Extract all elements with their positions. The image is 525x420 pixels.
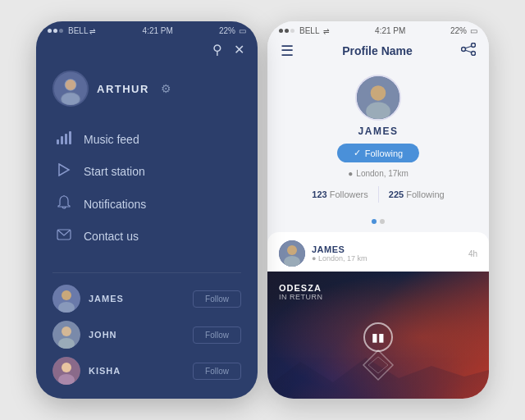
james-profile-name: JAMES [358, 126, 399, 137]
followers-label: Followers [330, 189, 368, 199]
follow-list: JAMES Follow JOHN Follow [52, 285, 241, 385]
album-subtitle: IN RETURN [279, 293, 323, 301]
pagination-dots [267, 214, 489, 231]
menu-items: Music feed Start station Notifications [52, 125, 241, 249]
user-header: ARTHUR ⚙ [52, 71, 241, 107]
following-stat: 225 Following [379, 189, 454, 199]
status-left: BELL ⇌ [48, 26, 96, 35]
svg-point-21 [472, 51, 476, 55]
wifi-icon: ⇌ [89, 27, 96, 35]
following-button[interactable]: ✓ Following [337, 144, 419, 162]
hamburger-icon[interactable]: ☰ [281, 42, 294, 60]
menu-item-contact-us[interactable]: Contact us [52, 222, 241, 249]
menu-item-start-station[interactable]: Start station [52, 157, 241, 185]
follow-john-button[interactable]: Follow [193, 326, 241, 344]
right-status-bar: BELL ⇌ 4:21 PM 22% ▭ [267, 21, 489, 39]
following-stat-label: Following [406, 189, 444, 199]
card-time: 4h [468, 249, 477, 258]
left-battery: 22% [219, 26, 235, 35]
user-name-label: ARTHUR [97, 83, 149, 95]
card-header: JAMES ● London, 17 km 4h [267, 232, 489, 272]
card-user-info: JAMES ● London, 17 km [312, 244, 462, 262]
following-label: Following [365, 148, 403, 158]
settings-icon[interactable]: ⚙ [161, 82, 171, 95]
svg-point-12 [62, 290, 71, 300]
app-container: BELL ⇌ 4:21 PM 22% ▭ ⚲ ✕ [0, 0, 525, 420]
r-signal1 [279, 29, 283, 33]
left-content: ARTHUR ⚙ Music feed Start station [36, 64, 258, 399]
follow-name-john: JOHN [89, 330, 185, 340]
right-wifi-icon: ⇌ [323, 27, 330, 35]
close-icon[interactable]: ✕ [234, 42, 244, 57]
svg-marker-32 [368, 357, 388, 373]
r-signal3 [290, 29, 294, 33]
left-status-bar: BELL ⇌ 4:21 PM 22% ▭ [36, 21, 258, 39]
card-loc-icon: ● [312, 254, 316, 262]
follow-item-james: JAMES Follow [52, 285, 241, 313]
right-time: 4:21 PM [375, 26, 405, 35]
following-count: 225 [389, 189, 404, 199]
odesza-logo [362, 349, 395, 390]
menu-label-start-station: Start station [84, 165, 145, 178]
svg-point-22 [462, 47, 466, 51]
dot-1 [372, 219, 377, 224]
arthur-avatar [52, 71, 89, 107]
music-card-section: JAMES ● London, 17 km 4h ODESZA IN RETUR… [267, 232, 489, 399]
left-phone: BELL ⇌ 4:21 PM 22% ▭ ⚲ ✕ [36, 21, 258, 399]
svg-point-26 [371, 85, 386, 101]
follow-kisha-button[interactable]: Follow [193, 363, 241, 380]
follow-james-button[interactable]: Follow [193, 290, 241, 308]
menu-item-music-feed[interactable]: Music feed [52, 125, 241, 153]
left-time: 4:21 PM [143, 26, 173, 35]
james-avatar-small [52, 285, 80, 313]
carrier-label: BELL [68, 26, 88, 35]
status-right: 22% ▭ [219, 26, 246, 35]
svg-point-20 [472, 43, 476, 47]
menu-label-music-feed: Music feed [84, 133, 139, 146]
checkmark-icon: ✓ [354, 148, 361, 158]
follow-name-james: JAMES [89, 294, 185, 304]
pause-icon: ▮▮ [372, 331, 385, 344]
left-nav-bar: ⚲ ✕ [36, 39, 258, 64]
signal-dot1 [48, 29, 52, 33]
followers-stat: 123 Followers [302, 189, 378, 199]
followers-count: 123 [312, 189, 326, 199]
location-label: London, 17km [356, 169, 408, 178]
right-nav-bar: ☰ Profile Name [267, 39, 489, 66]
location-pin-icon: ● [348, 169, 353, 178]
card-user-avatar [279, 240, 305, 267]
share-icon[interactable] [461, 43, 476, 60]
profile-nav-title: Profile Name [342, 44, 413, 57]
svg-rect-6 [61, 136, 63, 144]
play-pause-button[interactable]: ▮▮ [363, 322, 393, 352]
svg-point-3 [66, 80, 76, 90]
svg-line-24 [465, 50, 472, 52]
svg-rect-8 [69, 131, 71, 144]
john-avatar-small [52, 321, 80, 349]
svg-rect-5 [57, 139, 59, 144]
svg-point-27 [366, 103, 390, 121]
menu-divider [52, 272, 241, 273]
svg-point-29 [287, 245, 297, 255]
card-location-text: London, 17 km [318, 254, 368, 262]
profile-section: JAMES ✓ Following ● London, 17km 123 Fol… [267, 66, 489, 214]
svg-line-23 [465, 46, 472, 48]
dot-2 [380, 219, 385, 224]
search-icon[interactable]: ⚲ [212, 42, 222, 57]
menu-item-notifications[interactable]: Notifications [52, 189, 241, 219]
music-card-image[interactable]: ODESZA IN RETURN ▮▮ [267, 272, 489, 399]
card-user-location: ● London, 17 km [312, 254, 462, 262]
svg-point-18 [62, 363, 71, 372]
contact-icon [56, 229, 72, 243]
svg-point-4 [62, 93, 80, 105]
svg-point-15 [62, 326, 71, 336]
card-user-name: JAMES [312, 244, 462, 254]
svg-marker-9 [59, 164, 69, 176]
follow-name-kisha: KISHA [89, 366, 185, 376]
follow-item-kisha: KISHA Follow [52, 357, 241, 385]
follow-item-john: JOHN Follow [52, 321, 241, 349]
notifications-icon [56, 195, 72, 212]
start-station-icon [56, 163, 72, 179]
album-title: ODESZA [279, 283, 323, 293]
r-signal2 [285, 29, 289, 33]
